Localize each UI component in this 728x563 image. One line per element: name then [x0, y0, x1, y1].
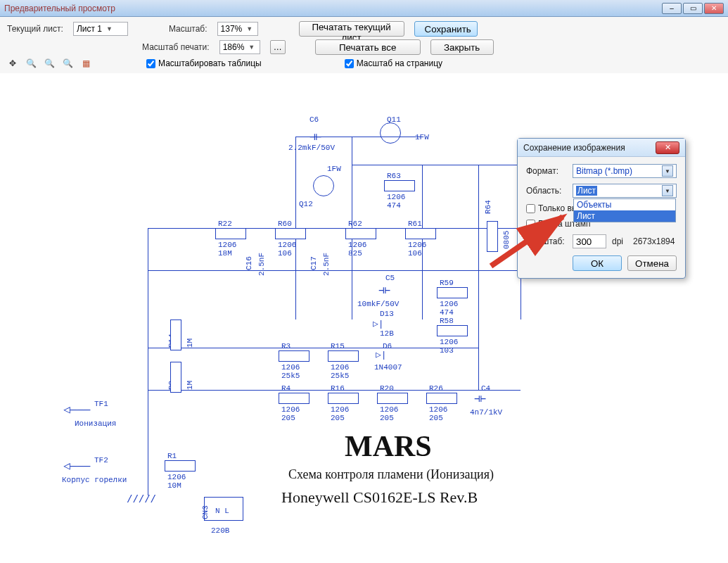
print-scale-more-button[interactable]: … — [270, 40, 286, 54]
r63-ref: R63 — [387, 172, 401, 180]
print-current-button[interactable]: Печатать текущий лист — [299, 21, 404, 37]
toolbar: Текущий лист: Лист 1 ▼ Масштаб: 137% ▼ П… — [0, 17, 728, 74]
save-button[interactable]: Сохранить — [414, 21, 478, 37]
current-sheet-combo[interactable]: Лист 1 ▼ — [73, 22, 128, 36]
area-option-objects[interactable]: Объекты — [574, 199, 675, 210]
r15-pkg: 1206 — [331, 363, 349, 372]
save-image-dialog: Сохранение изображения ✕ Формат: Bitmap … — [517, 138, 686, 279]
r1-pkg: 1206 — [167, 473, 186, 481]
dpi-input[interactable] — [573, 234, 606, 248]
area-dropdown-list: Объекты Лист — [573, 198, 676, 222]
close-button[interactable]: ✕ — [704, 3, 724, 14]
c4-ref: C4 — [481, 384, 490, 393]
r60-pkg: 1206 — [278, 241, 296, 249]
r3-val: 25k5 — [281, 372, 300, 380]
r61-val: 106 — [408, 249, 422, 258]
scale-tables-checkbox[interactable]: Масштабировать таблицы — [146, 58, 262, 68]
d13-val: 12B — [380, 329, 394, 338]
r14-val: 1M — [186, 339, 194, 348]
area-combo[interactable]: Лист ▼ Объекты Лист — [573, 184, 677, 198]
zoom-region-icon[interactable]: 🔍 — [25, 58, 37, 69]
window-titlebar: Предварительный просмотр – ▭ ✕ — [0, 0, 728, 17]
c5-val: 10mkF/50V — [357, 300, 399, 308]
format-combo[interactable]: Bitmap (*.bmp) ▼ — [573, 164, 677, 178]
dialog-title-text: Сохранение изображения — [523, 143, 625, 153]
zoom-in-icon[interactable]: 🔍 — [44, 58, 55, 69]
pan-icon[interactable]: ✥ — [7, 58, 18, 69]
frame-stamp-input[interactable] — [526, 220, 535, 229]
chevron-down-icon: ▼ — [246, 25, 253, 32]
c17-ref: C17 — [309, 256, 318, 270]
zoom-out-icon[interactable]: 🔍 — [62, 58, 73, 69]
fit-page-input[interactable] — [345, 59, 354, 68]
schematic-title-main: MARS — [345, 429, 432, 463]
r60-ref: R60 — [278, 220, 292, 228]
r62-val: 825 — [348, 249, 362, 258]
r61-ref: R61 — [408, 220, 422, 228]
scale-tables-input[interactable] — [146, 59, 155, 68]
print-all-button[interactable]: Печатать все — [315, 39, 421, 55]
tf1-label: TF1 — [94, 400, 108, 408]
c4-val: 4n7/1kV — [470, 408, 502, 417]
chevron-down-icon: ▼ — [662, 165, 673, 177]
chevron-down-icon: ▼ — [106, 25, 113, 32]
area-option-sheet[interactable]: Лист — [574, 210, 675, 222]
r3-ref: R3 — [281, 342, 290, 350]
scale-tables-label: Масштабировать таблицы — [158, 58, 262, 68]
only-selected-input[interactable] — [526, 204, 535, 213]
close-preview-button[interactable]: Закрыть — [430, 39, 494, 55]
r4-pkg: 1206 — [281, 405, 300, 414]
r59-pkg: 1206 — [440, 300, 458, 308]
d6-val: 1N4007 — [374, 363, 402, 372]
scale-combo[interactable]: 137% ▼ — [217, 22, 258, 36]
r60-val: 106 — [278, 249, 292, 258]
c6-val: 2.2mkF/50V — [288, 144, 335, 152]
fit-page-checkbox[interactable]: Масштаб на страницу — [345, 58, 442, 68]
r1-ref: R1 — [167, 452, 177, 460]
cancel-button[interactable]: Отмена — [627, 255, 677, 271]
d13-ref: D13 — [380, 310, 394, 318]
window-controls: – ▭ ✕ — [662, 3, 724, 14]
q11-val: 1FW — [415, 133, 429, 141]
r62-ref: R62 — [348, 220, 362, 228]
r20-pkg: 1206 — [380, 405, 398, 414]
dpi-scale-label: Масштаб: — [526, 236, 567, 246]
area-value: Лист — [576, 186, 597, 196]
dialog-close-button[interactable]: ✕ — [656, 141, 679, 154]
ionization-label: Ионизация — [75, 419, 116, 428]
palette-icon[interactable]: ▦ — [80, 58, 91, 69]
r15-ref: R15 — [331, 342, 345, 350]
maximize-button[interactable]: ▭ — [683, 3, 703, 14]
c17-val: 2.5nF — [322, 253, 331, 276]
print-scale-label: Масштаб печати: — [142, 42, 210, 52]
current-sheet-label: Текущий лист: — [7, 24, 63, 34]
tf2-label: TF2 — [94, 456, 108, 464]
r63-pkg: 1206 — [387, 193, 405, 201]
r58-val: 103 — [440, 346, 454, 355]
r16-val: 205 — [331, 414, 345, 422]
scale-value: 137% — [221, 24, 243, 34]
minimize-button[interactable]: – — [662, 3, 682, 14]
chevron-down-icon: ▼ — [662, 185, 673, 196]
r26-ref: R26 — [429, 384, 443, 393]
c6-ref: C6 — [309, 115, 319, 124]
c16-val: 2.5nF — [257, 253, 266, 276]
r62-pkg: 1206 — [348, 241, 366, 249]
r61-pkg: 1206 — [408, 241, 426, 249]
cn3-nl: N L — [215, 507, 229, 515]
print-scale-value: 186% — [223, 42, 245, 52]
r63-val: 474 — [387, 201, 401, 210]
ok-button[interactable]: ОК — [573, 255, 622, 271]
chevron-down-icon: ▼ — [248, 44, 255, 51]
r16-pkg: 1206 — [331, 405, 349, 414]
scale-label: Масштаб: — [169, 24, 207, 34]
r15-val: 25k5 — [331, 372, 349, 380]
r26-val: 205 — [429, 414, 443, 422]
r64-ref: R64 — [484, 200, 492, 214]
print-scale-combo[interactable]: 186% ▼ — [219, 40, 260, 54]
voltage-label: 220В — [211, 526, 229, 535]
burner-label: Корпус горелки — [62, 476, 127, 484]
r20-val: 205 — [380, 414, 394, 422]
r22-val: 18M — [218, 249, 232, 258]
r2-val: 1M — [186, 381, 194, 390]
